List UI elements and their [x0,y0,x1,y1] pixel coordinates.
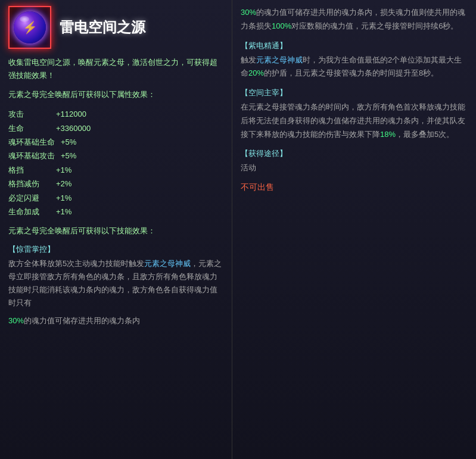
stat-label-block: 格挡 [8,163,56,177]
stats-section: 攻击 +112000 生命 +3360000 魂环基础生命 +5% 魂环基础攻击… [8,107,223,218]
skill3-section: 【空间主宰】 在元素之母接管魂力条的时间内，敌方所有角色首次释放魂力技能后将无法… [241,88,468,141]
stat-row-ring-atk: 魂环基础攻击 +5% [8,149,223,163]
stat-label-hp: 生命 [8,121,56,135]
obtain-value: 活动 [241,161,468,175]
stat-value-dodge: +1% [56,191,71,205]
stat-value-ring-hp: +5% [61,135,76,149]
stat-label-attack: 攻击 [8,107,56,121]
stat-row-ring-hp: 魂环基础生命 +5% [8,135,223,149]
stat-label-hp-bonus: 生命加成 [8,205,56,218]
percent-30: 30% [241,8,256,17]
stat-value-attack: +112000 [56,107,86,121]
stat-label-dodge: 必定闪避 [8,191,56,205]
stat-row-block-dmg: 格挡减伤 +2% [8,177,223,191]
percent-text: 30% [8,316,24,325]
stat-row-block: 格挡 +1% [8,163,223,177]
skill1-desc-end: 30%的魂力值可储存进共用的魂力条内 [8,314,223,327]
skill2-highlight: 元素之母神威 [256,55,303,64]
percent-100: 100% [272,21,291,30]
obtain-section: 【获得途径】 活动 [241,148,468,175]
item-orb [14,11,46,43]
skill3-title: 【空间主宰】 [241,88,468,98]
percent-20: 20% [248,68,264,77]
skill1-highlight: 元素之母神威 [144,259,191,268]
item-title: 雷电空间之源 [60,18,145,37]
not-for-sale: 不可出售 [241,182,468,193]
skill2-desc: 触发元素之母神威时，为我方生命值最低的2个单位添加其最大生命20%的护盾，且元素… [241,54,468,81]
item-icon [8,6,51,49]
skill1-desc: 敌方全体释放第5次主动魂力技能时触发元素之母神威，元素之母立即接管敌方所有角色的… [8,257,223,310]
item-desc1: 收集雷电空间之源，唤醒元素之母，激活创世之力，可获得超强技能效果！ [8,56,223,82]
stat-value-hp: +3360000 [56,121,91,135]
panel: 雷电空间之源 收集雷电空间之源，唤醒元素之母，激活创世之力，可获得超强技能效果！… [0,0,476,459]
left-panel: 雷电空间之源 收集雷电空间之源，唤醒元素之母，激活创世之力，可获得超强技能效果！… [0,0,232,459]
percent-18: 18% [380,130,396,139]
stat-row-dodge: 必定闪避 +1% [8,191,223,205]
stat-label-ring-atk: 魂环基础攻击 [8,149,56,163]
skill1-continuation: 30%的魂力值可储存进共用的魂力条内，损失魂力值则使共用的魂力条损失100%对应… [241,6,468,33]
skill1-title: 【惊雷掌控】 [8,244,223,255]
item-desc2: 元素之母完全唤醒后可获得以下属性效果： [8,88,223,101]
skill-intro: 元素之母完全唤醒后可获得以下技能效果： [8,224,223,238]
stat-row-hp: 生命 +3360000 [8,121,223,135]
stat-label-block-dmg: 格挡减伤 [8,177,56,191]
item-header: 雷电空间之源 [8,6,223,49]
skill2-section: 【紫电精通】 触发元素之母神威时，为我方生命值最低的2个单位添加其最大生命20%… [241,40,468,81]
stat-label-ring-hp: 魂环基础生命 [8,135,56,149]
bottom-fade [0,435,232,459]
skill1-section: 【惊雷掌控】 敌方全体释放第5次主动魂力技能时触发元素之母神威，元素之母立即接管… [8,244,223,310]
stat-value-block-dmg: +2% [56,177,71,191]
stat-row-hp-bonus: 生命加成 +1% [8,205,223,218]
stat-value-ring-atk: +5% [61,149,76,163]
obtain-title: 【获得途径】 [241,148,468,159]
skill3-desc: 在元素之母接管魂力条的时间内，敌方所有角色首次释放魂力技能后将无法使自身获得的魂… [241,101,468,141]
stat-row-attack: 攻击 +112000 [8,107,223,121]
right-panel: 30%的魂力值可储存进共用的魂力条内，损失魂力值则使共用的魂力条损失100%对应… [232,0,476,459]
stat-value-hp-bonus: +1% [56,205,71,218]
stat-value-block: +1% [56,163,71,177]
skill2-title: 【紫电精通】 [241,40,468,51]
